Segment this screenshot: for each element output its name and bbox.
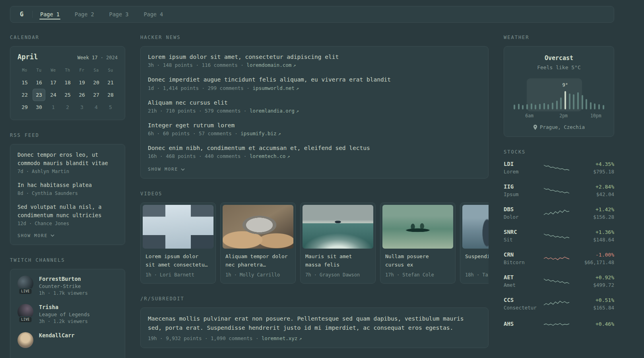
hackernews-show-more-button[interactable]: SHOW MORE [148,167,481,172]
video-thumbnail[interactable] [143,205,213,249]
video-thumbnail[interactable] [223,205,293,249]
stock-change: -1.00% [576,252,614,258]
rss-show-more-button[interactable]: SHOW MORE [17,233,118,238]
calendar-day-header: Tu [36,66,41,76]
logo[interactable]: G [20,11,33,18]
hn-story-domain[interactable]: loremdomain.com [246,62,291,68]
stock-symbol: CRN [504,251,537,258]
stock-values: -1.00%$66,171.48 [576,252,614,265]
stock-chart [537,276,576,286]
hn-story: Donec imperdiet augue tincidunt felis al… [148,76,481,91]
stock-symbol: CCS [504,297,537,303]
stock-row[interactable]: CRNBitcorn-1.00%$66,171.48 [504,251,614,265]
weather-hour-bar [594,103,596,109]
rss-item-title[interactable]: In hac habitasse platea [17,181,118,189]
hn-story-title[interactable]: Donec enim nibh, condimentum et accumsan… [148,144,481,152]
channel-avatar[interactable] [17,332,33,348]
hn-story-title[interactable]: Aliquam nec cursus elit [148,99,481,107]
hn-story-title[interactable]: Lorem ipsum dolor sit amet, consectetur … [148,53,481,61]
weather-hour-bar [603,105,604,109]
post-stats: 19h · 9,932 points · 1,090 comments · [148,335,262,341]
stock-info: SNRCSit [504,229,537,243]
video-title[interactable]: Lorem ipsum dolor sit amet consectetu… [145,253,211,269]
stocks-section-title: STOCKS [504,149,614,155]
video-meta: 17h · Stefan Cole [385,272,450,278]
channel-name[interactable]: Trisha [39,304,90,310]
external-link-icon: ↗ [293,62,296,68]
stock-symbol: DBS [504,206,537,212]
video-thumbnail[interactable] [303,205,373,249]
weather-hour-bar [531,103,532,109]
hn-story-stats: 16h · 468 points · 440 comments · [148,153,250,159]
video-thumbnail[interactable] [462,205,489,249]
video-meta: 7h · Grayson Dawson [305,272,370,278]
weather-hour-bar [564,91,566,109]
calendar-day: 4 [90,101,103,113]
calendar-day-header: Mo [22,66,27,76]
channel-info: KendallCarr [39,332,74,339]
stock-sparkline [543,299,570,309]
stock-price: $148.64 [576,237,614,243]
stock-sparkline [543,208,570,218]
video-title[interactable]: Suspendisse diam [465,253,489,269]
post-domain[interactable]: loremnet.xyz [262,335,297,341]
tab-page-1[interactable]: Page 1 [33,6,67,22]
hackernews-section-title: HACKER NEWS [140,35,489,40]
channel-info: TrishaLeague of Legends3h · 1.2k viewers [39,304,90,324]
calendar-day: 20 [90,76,103,89]
channel-avatar[interactable]: LIVE [17,304,33,320]
calendar-card: April Week 17 · 2024 MoTuWeThFrSaSu 1516… [10,46,125,120]
chevron-down-icon [50,234,54,237]
stock-row[interactable]: DBSDolor+1.42%$156.28 [504,206,614,220]
stock-row[interactable]: AETAmet+0.92%$499.72 [504,274,614,288]
tab-page-3[interactable]: Page 3 [102,6,136,22]
video-title[interactable]: Nullam posuere cursus ex [385,253,450,269]
weather-time-label: 10pm [590,113,601,119]
stock-price: $499.72 [576,282,614,288]
calendar-day: 1 [47,101,60,113]
stock-symbol: AHS [504,321,537,327]
channel-name[interactable]: ForrestBurton [39,276,88,282]
stock-row[interactable]: SNRCSit+1.36%$148.64 [504,229,614,243]
video-thumbnail[interactable] [382,205,453,249]
post-text[interactable]: Maecenas mollis pulvinar erat non posuer… [148,314,481,332]
rss-item-title[interactable]: Donec tempor eros leo, ut commodo mauris… [17,151,118,167]
external-link-icon: ↗ [299,336,302,341]
stock-row[interactable]: IIGIpsum+2.84%$42.04 [504,183,614,197]
stock-change: +2.84% [576,184,614,190]
hn-story-title[interactable]: Integer eget rutrum lorem [148,121,481,129]
channel-name[interactable]: KendallCarr [39,332,74,339]
header-bar: G Page 1Page 2Page 3Page 4 [10,6,614,23]
tab-page-2[interactable]: Page 2 [67,6,102,22]
stock-change: +1.42% [576,206,614,212]
channel-meta: 3h · 1.2k viewers [39,319,90,324]
center-column: HACKER NEWS Lorem ipsum dolor sit amet, … [140,35,489,358]
calendar-day: 25 [61,89,74,101]
stock-row[interactable]: LDILorem+4.35%$795.18 [504,161,614,175]
rss-item-meta: 7d · Ashlyn Martin [17,169,118,174]
video-title[interactable]: Aliquam tempor dolor nec pharetra… [225,253,291,269]
hn-story-stats: 1d · 1,414 points · 299 comments · [148,85,252,91]
hn-story-domain[interactable]: ipsumify.biz [241,130,276,136]
hn-story-meta: 16h · 468 points · 440 comments · loremt… [148,153,481,159]
post-meta: 19h · 9,932 points · 1,090 comments · lo… [148,335,481,341]
rss-item-title[interactable]: Sed volutpat nulla nisl, a condimentum n… [17,203,118,220]
stock-sparkline [543,276,570,286]
right-column: WEATHER Overcast Feels like 5°C 9° 6am2p… [504,35,614,358]
stock-sparkline [543,231,570,241]
stock-price: $42.04 [576,191,614,197]
weather-location-label: Prague, Czechia [540,124,585,130]
hn-story-domain[interactable]: loremtech.co [250,153,285,159]
video-title[interactable]: Mauris sit amet massa felis [305,253,370,269]
hn-story-domain[interactable]: loremlandia.org [250,108,295,114]
hn-story-domain[interactable]: ipsumworld.net [252,85,294,91]
tab-page-4[interactable]: Page 4 [136,6,171,22]
stock-row[interactable]: AHS+0.46% [504,319,614,330]
channel-avatar[interactable]: LIVE [17,276,33,292]
rss-section-title: RSS FEED [10,132,125,138]
video-card: Lorem ipsum dolor sit amet consectetu…1h… [140,202,216,284]
stock-row[interactable]: CCSConsectetur+0.51%$165.84 [504,297,614,311]
hn-story: Lorem ipsum dolor sit amet, consectetur … [148,53,481,68]
hn-story-title[interactable]: Donec imperdiet augue tincidunt felis al… [148,76,481,84]
video-card: Suspendisse diam18h · Tara [460,202,489,284]
